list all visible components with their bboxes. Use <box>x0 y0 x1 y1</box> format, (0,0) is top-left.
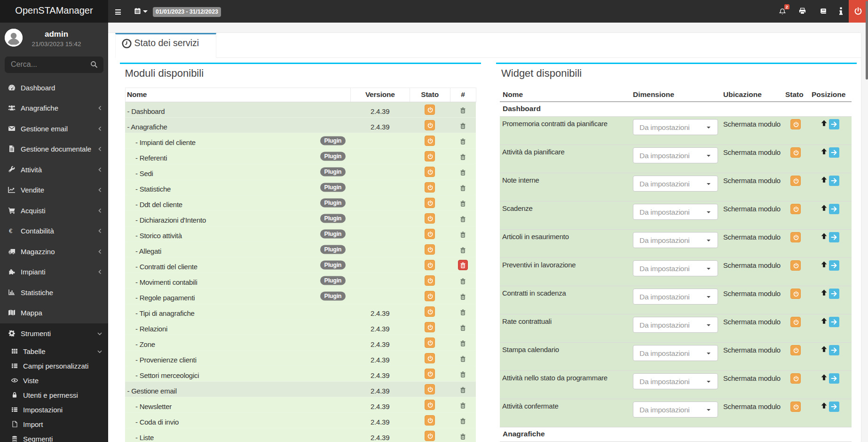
svg-text:€: € <box>9 227 13 234</box>
